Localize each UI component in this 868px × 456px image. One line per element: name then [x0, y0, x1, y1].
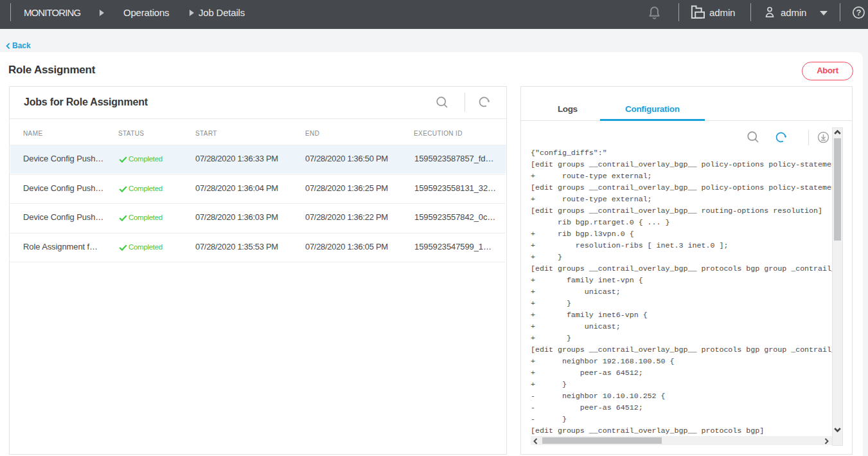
- svg-text:?: ?: [856, 8, 862, 17]
